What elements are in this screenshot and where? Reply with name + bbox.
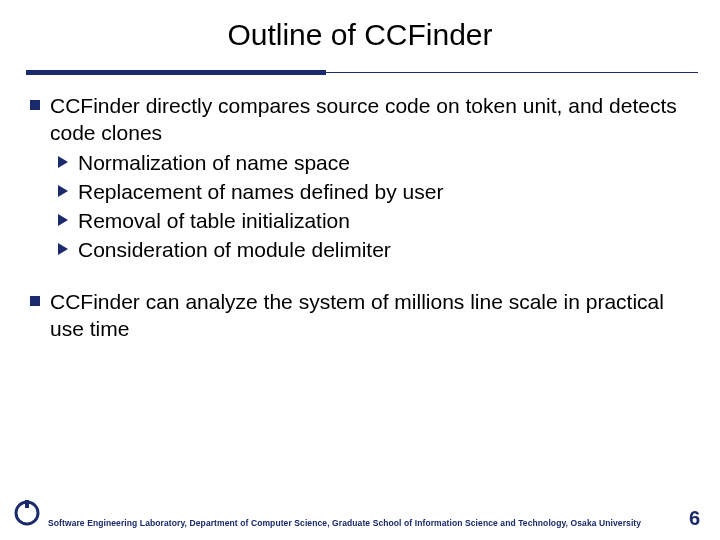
bullet-text: CCFinder directly compares source code o…	[50, 92, 690, 147]
university-logo-icon	[14, 500, 40, 530]
svg-rect-1	[25, 500, 29, 508]
bullet-text: CCFinder can analyze the system of milli…	[50, 288, 690, 343]
sub-bullet-text: Replacement of names defined by user	[78, 178, 443, 205]
triangle-bullet-icon	[58, 185, 68, 197]
sub-bullet-item: Replacement of names defined by user	[58, 178, 690, 205]
footer-affiliation: Software Engineering Laboratory, Departm…	[48, 518, 689, 530]
slide-title: Outline of CCFinder	[0, 0, 720, 62]
sub-bullet-item: Removal of table initialization	[58, 207, 690, 234]
slide-body: CCFinder directly compares source code o…	[0, 76, 720, 342]
triangle-bullet-icon	[58, 214, 68, 226]
square-bullet-icon	[30, 296, 40, 306]
title-divider	[0, 70, 720, 76]
sub-bullet-text: Normalization of name space	[78, 149, 350, 176]
sub-bullet-item: Normalization of name space	[58, 149, 690, 176]
triangle-bullet-icon	[58, 156, 68, 168]
triangle-bullet-icon	[58, 243, 68, 255]
sub-bullet-text: Consideration of module delimiter	[78, 236, 391, 263]
bullet-item: CCFinder directly compares source code o…	[30, 92, 690, 147]
slide-footer: Software Engineering Laboratory, Departm…	[0, 500, 720, 530]
page-number: 6	[689, 507, 700, 530]
sub-bullet-text: Removal of table initialization	[78, 207, 350, 234]
square-bullet-icon	[30, 100, 40, 110]
bullet-item: CCFinder can analyze the system of milli…	[30, 288, 690, 343]
sub-bullet-item: Consideration of module delimiter	[58, 236, 690, 263]
